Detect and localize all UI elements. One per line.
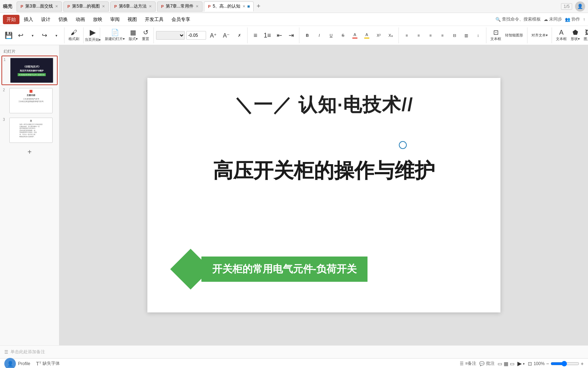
tab-icon-3: P <box>114 4 117 9</box>
play-next-icon[interactable]: ▸ <box>523 362 525 365</box>
tab-close-1[interactable]: ✕ <box>55 4 58 8</box>
reset-label: 重置 <box>142 36 149 41</box>
smart-convert-btn[interactable]: 转智能图形 <box>503 32 525 39</box>
text-btn[interactable]: A 文本框 <box>554 29 569 42</box>
column-btn[interactable]: ▥ <box>460 32 472 39</box>
undo-dropdown[interactable]: ▾ <box>27 33 38 38</box>
tab-4[interactable]: P 第7章...常用件 ✕ <box>157 1 202 12</box>
fit-page-btn[interactable]: ⊡ <box>528 361 532 367</box>
menu-transition[interactable]: 切换 <box>55 15 71 24</box>
italic-btn[interactable]: I <box>313 32 325 38</box>
sync-icon: ☁ <box>544 17 548 22</box>
shape-label: 形状▾ <box>571 36 580 41</box>
tab-1[interactable]: P 第3章...面交线 ✕ <box>17 1 62 12</box>
user-avatar[interactable]: 👤 <box>575 1 585 12</box>
zoom-decrease-btn[interactable]: − <box>546 361 549 367</box>
undo-btn[interactable]: ↩ <box>15 31 26 39</box>
add-tab-button[interactable]: + <box>255 3 262 10</box>
canvas-area[interactable]: ＼一／ 认知·电技术// 高压开关柜的操作与维护 开关柜的常用电气元件-负荷开关 <box>59 45 588 345</box>
layout-btn[interactable]: ▦ 版式▾ <box>127 29 139 42</box>
undo-icon: ↩ <box>18 32 23 39</box>
menu-animation[interactable]: 动画 <box>72 15 89 24</box>
clear-format-btn[interactable]: ✗ <box>233 32 245 39</box>
text-shape-group: ⊡ 文本框 转智能图形 <box>489 27 527 43</box>
slide-thumbnail-3[interactable]: 3 文 负荷一种可以切断正常工作电流及器 过载的电器，其主要开断约一百 是作用电… <box>1 116 58 144</box>
tab-3[interactable]: P 第6章...达方法 ✕ <box>110 1 156 12</box>
text-format-group: B I U S A A X² X₂ <box>302 27 399 43</box>
strikethrough-btn[interactable]: S <box>337 32 349 38</box>
menu-review[interactable]: 审阅 <box>107 15 123 24</box>
menu-member[interactable]: 会员专享 <box>168 15 194 24</box>
shape-btn[interactable]: ⬟ 形状▾ <box>569 29 582 42</box>
normal-view-btn[interactable]: ▭ <box>498 361 502 367</box>
tab-5[interactable]: P 5、高...的认知 ✕ <box>204 1 254 12</box>
redo-dropdown[interactable]: ▾ <box>50 33 62 38</box>
save-btn[interactable]: 💾 <box>3 31 14 39</box>
align-justify-btn[interactable]: ≡ <box>437 32 448 38</box>
menu-slideshow[interactable]: 放映 <box>89 15 106 24</box>
tab-close-5[interactable]: ✕ <box>242 4 245 8</box>
tab-2[interactable]: P 第5章...的视图 ✕ <box>63 1 109 12</box>
subscript-btn[interactable]: X₂ <box>385 32 396 39</box>
menu-insert[interactable]: 插入 <box>20 15 37 24</box>
redo-btn[interactable]: ↪ <box>39 31 50 39</box>
grid-view-btn[interactable]: ▦ <box>504 361 508 367</box>
format-brush-btn[interactable]: 🖌 格式刷 <box>67 29 81 42</box>
search-command[interactable]: 🔍 查找命令、搜索模板 <box>495 16 541 22</box>
play-btn[interactable]: ▶ <box>517 360 522 367</box>
menu-design[interactable]: 设计 <box>37 15 54 24</box>
font-size-input[interactable] <box>186 31 206 40</box>
collab-btn[interactable]: 👥 协作 <box>565 16 580 22</box>
line-spacing-btn[interactable]: ↕ <box>472 32 484 38</box>
text-box-btn[interactable]: ⊡ 文本框 <box>489 29 503 42</box>
bullet-list-icon: ≡ <box>254 32 258 39</box>
add-slide-button[interactable]: + <box>1 146 58 158</box>
indent-decrease-btn[interactable]: ⇤ <box>273 31 285 39</box>
notes-bar[interactable]: ☰ 单击此处添加备注 <box>0 345 588 358</box>
align-right-btn[interactable]: ≡ <box>425 32 436 38</box>
tab-close-4[interactable]: ✕ <box>196 4 199 8</box>
current-page-start-btn[interactable]: ▶ 当页开始▸ <box>86 27 100 43</box>
comment-toggle-btn[interactable]: 💬 批注 <box>479 360 495 367</box>
indent-increase-btn[interactable]: ⇥ <box>285 31 297 39</box>
main-area: 幻灯片 1 《供配电技术》 高压开关柜的操作与维护 开关柜的常用电气元件-负荷开… <box>0 45 588 345</box>
new-slide-btn[interactable]: 📄 新建幻灯片▾ <box>103 29 126 42</box>
align-center-btn[interactable]: ≡ <box>413 32 424 38</box>
profile-item[interactable]: 👤 Profile <box>4 358 30 368</box>
toolbar: 💾 ↩ ▾ ↪ ▾ 🖌 格式刷 ▶ 当页开始▸ 📄 <box>0 26 588 45</box>
font-color-btn[interactable]: A <box>349 32 361 39</box>
sync-btn[interactable]: ☁ 未同步 <box>544 16 562 22</box>
align-text-btn[interactable]: 对齐文本▾ <box>530 32 549 39</box>
menu-dev[interactable]: 开发工具 <box>141 15 167 24</box>
font-size-up-btn[interactable]: A⁺ <box>208 31 219 40</box>
share-btn[interactable]: ↑ <box>583 17 585 22</box>
tab-close-3[interactable]: ✕ <box>149 4 152 8</box>
numbered-list-btn[interactable]: 1≡ <box>262 31 273 39</box>
zoom-slider[interactable] <box>551 361 579 367</box>
profile-label: Profile <box>18 361 30 366</box>
slide-thumbnail-2[interactable]: 2 主要内容 工作原理和电气符号 工作特点和适用场所和电气符号 <box>1 87 58 115</box>
bold-btn[interactable]: B <box>302 32 313 38</box>
superscript-btn[interactable]: X² <box>373 32 384 38</box>
picture-btn[interactable]: 🖼 图片▾ <box>582 29 588 42</box>
reset-btn[interactable]: ↺ 重置 <box>140 29 151 42</box>
missing-font-label: 缺失字体 <box>43 360 60 367</box>
align-left-btn[interactable]: ≡ <box>401 32 413 38</box>
highlight-btn[interactable]: A <box>361 32 373 39</box>
bullet-list-btn[interactable]: ≡ <box>250 31 261 39</box>
reader-view-btn[interactable]: ▭ <box>510 361 514 367</box>
zoom-increase-btn[interactable]: + <box>581 361 584 367</box>
align-group: ≡ ≡ ≡ ≡ ⊟ ▥ ↕ <box>401 27 486 43</box>
slide-thumbnail-1[interactable]: 1 《供配电技术》 高压开关柜的操作与维护 开关柜的常用电气元件-负荷开关 <box>1 56 58 85</box>
align-text-group: 对齐文本▾ <box>530 27 552 43</box>
menu-start[interactable]: 开始 <box>3 15 19 24</box>
tab-close-2[interactable]: ✕ <box>102 4 105 8</box>
menu-right-area: 🔍 查找命令、搜索模板 ☁ 未同步 👥 协作 ↑ <box>495 16 585 22</box>
underline-btn[interactable]: U <box>325 32 337 38</box>
menu-view[interactable]: 视图 <box>124 15 141 24</box>
align-distribute-btn[interactable]: ⊟ <box>449 32 460 39</box>
font-family-select[interactable] <box>156 31 185 40</box>
missing-font-btn[interactable]: Tᵀ 缺失字体 <box>36 360 60 367</box>
font-size-down-btn[interactable]: A⁻ <box>220 31 232 40</box>
notes-toggle-btn[interactable]: ☰ ≡备注 <box>460 360 476 367</box>
